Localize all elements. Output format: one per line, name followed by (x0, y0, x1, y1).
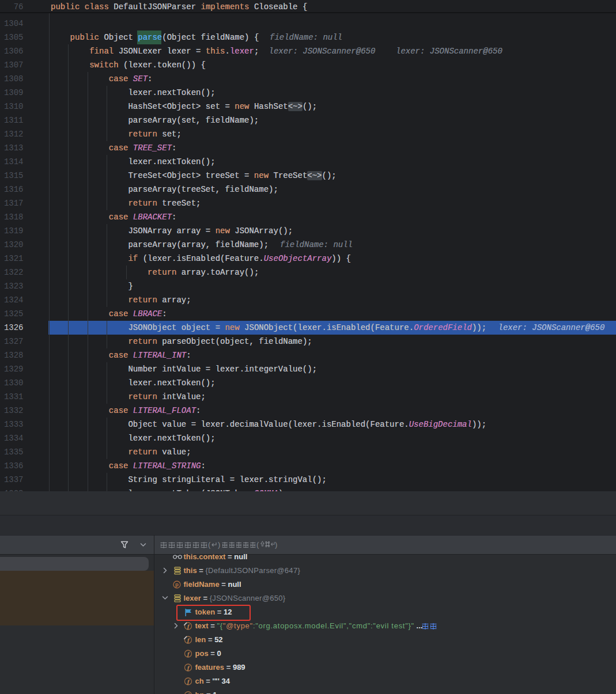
svg-text:f: f (187, 678, 190, 685)
svg-text:f: f (187, 651, 190, 657)
svg-text:f: f (187, 665, 190, 671)
svg-text:p: p (175, 581, 179, 587)
svg-text:f: f (187, 637, 190, 643)
svg-text:f: f (187, 623, 190, 629)
